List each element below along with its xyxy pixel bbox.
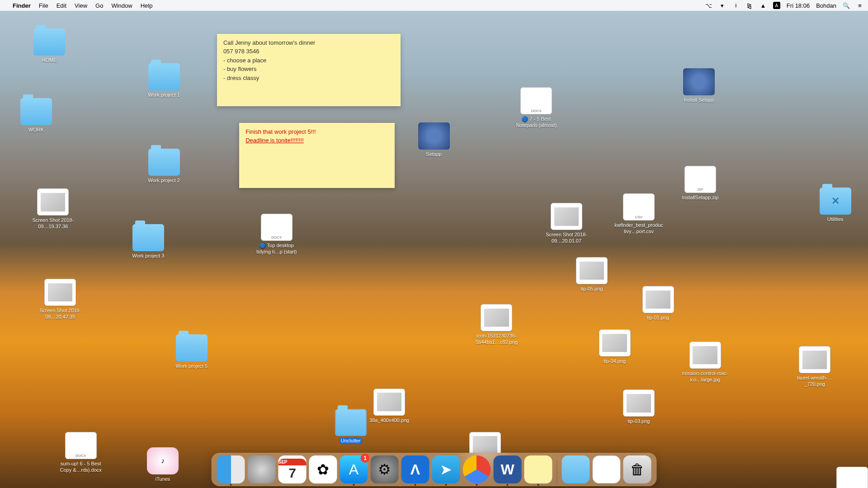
sticky-line: - choose a place xyxy=(223,56,395,65)
desktop-item-28[interactable]: mission-control-mac-ico…large.jpg xyxy=(680,342,730,383)
desktop-item-label: Utilities xyxy=(827,216,843,223)
desktop-item-0[interactable]: HOME xyxy=(24,28,74,64)
desktop-item-label: sum-up! 6 - 5 Best Copy &…rds).docx xyxy=(56,461,106,474)
csv-icon xyxy=(623,193,655,221)
sticky-line: Finish that work project 5!!! xyxy=(245,127,388,136)
folder-icon xyxy=(335,409,367,436)
dock-calendar[interactable]: SEP7 xyxy=(278,455,307,483)
desktop-item-7[interactable]: Screen Shot 2018-08…20.47.35 xyxy=(35,279,85,320)
desktop-item-16[interactable]: icon-1531230736-5b44ba1…c82.png xyxy=(472,304,521,346)
desktop-item-label: Work project 2 xyxy=(148,178,180,184)
desktop-item-22[interactable]: tip-03.png xyxy=(614,389,664,425)
desktop-item-24[interactable]: tip-01.png xyxy=(633,286,683,321)
desktop-item-4[interactable]: Work project 3 xyxy=(123,224,173,259)
sticky-line: 057 978 3546 xyxy=(223,47,395,56)
badge: 1 xyxy=(361,454,370,463)
image-icon xyxy=(576,257,608,284)
desktop-item-label: Install Setapp xyxy=(684,97,714,103)
desktop-item-5[interactable]: Work project 5 xyxy=(167,334,217,370)
image-icon xyxy=(689,342,721,369)
folder-icon xyxy=(20,98,52,125)
desktop-item-label: Work project 1 xyxy=(148,92,180,99)
dock-trash[interactable]: 🗑 xyxy=(623,455,651,483)
sticky-line: - dress classy xyxy=(223,74,395,83)
dock-telegram[interactable]: ➤ xyxy=(432,455,460,483)
desktop-item-label: Screen Shot 2018-09…20.01.07 xyxy=(542,232,591,244)
dock-a-app[interactable]: Λ xyxy=(401,455,429,483)
image-icon xyxy=(44,279,76,306)
desktop-item-21[interactable]: tip-04.png xyxy=(590,329,640,365)
image-icon xyxy=(481,304,512,331)
dock-finder[interactable] xyxy=(217,455,245,483)
desktop-item-label: 🔵 7 - 5 Best Notepads (almost) xyxy=(511,116,561,129)
image-icon xyxy=(599,329,631,357)
desktop-item-18[interactable]: 🔵 7 - 5 Best Notepads (almost) xyxy=(511,87,561,129)
desktop-item-label: mission-control-mac-ico…large.jpg xyxy=(680,371,730,383)
desktop-item-15[interactable]: Setapp xyxy=(409,122,459,158)
dock-launchpad[interactable] xyxy=(248,455,276,483)
folder-icon xyxy=(132,224,164,251)
docx-icon xyxy=(261,214,292,241)
sticky-line: - buy flowers xyxy=(223,65,395,74)
image-icon xyxy=(373,389,405,416)
desktop-item-label: WORK xyxy=(28,127,44,133)
image-icon xyxy=(551,203,582,230)
desktop-item-30[interactable]: Utilities xyxy=(811,188,860,223)
desktop-item-11[interactable]: 🔵 Top desktop tidying ti…p (start) xyxy=(252,214,302,255)
desktop-item-label: Screen Shot 2018-08…20.47.35 xyxy=(35,308,85,320)
setapp-icon xyxy=(418,122,450,150)
desktop-item-8[interactable]: sum-up! 6 - 5 Best Copy &…rds).docx xyxy=(56,432,106,474)
desktop-item-2[interactable]: Work project 1 xyxy=(139,63,189,99)
desktop-item-26[interactable]: Install Setapp xyxy=(674,68,724,103)
dock-settings[interactable]: ⚙ xyxy=(371,455,399,483)
dock-separator xyxy=(557,460,557,483)
desktop-item-19[interactable]: Screen Shot 2018-09…20.01.07 xyxy=(542,203,591,244)
desktop-item-6[interactable]: Screen Shot 2018-09…19.37.36 xyxy=(28,188,78,230)
desktop-item-20[interactable]: tip-05.png xyxy=(567,257,617,292)
image-icon xyxy=(623,389,655,417)
folder-icon xyxy=(33,28,65,56)
image-icon xyxy=(37,188,69,216)
desktop-item-label: icon-1531230736-5b44ba1…c82.png xyxy=(472,333,521,346)
sticky-note-1[interactable]: Finish that work project 5!!!Deadline is… xyxy=(239,123,395,188)
sticky-line: Deadline is tonite!!!!!!!! xyxy=(245,136,388,145)
desktop-item-31[interactable]: Unclutter Note 2018-09…9.33.txt xyxy=(827,467,868,488)
dock: SEP7✿A1⚙Λ➤W🗑 xyxy=(212,453,657,486)
desktop-item-3[interactable]: Work project 2 xyxy=(139,149,189,184)
dock-folder[interactable] xyxy=(562,455,590,483)
dock-photos[interactable]: ✿ xyxy=(309,455,337,483)
txt-icon xyxy=(836,467,868,488)
dock-stickies[interactable] xyxy=(524,455,552,483)
dock-doc[interactable] xyxy=(593,455,621,483)
docx-icon xyxy=(520,87,552,114)
zip-icon xyxy=(684,166,716,193)
dock-word[interactable]: W xyxy=(494,455,522,483)
image-icon xyxy=(642,286,674,313)
desktop-item-1[interactable]: WORK xyxy=(11,98,61,133)
setapp-icon xyxy=(683,68,715,95)
desktop-item-itunes[interactable]: ♪ iTunes xyxy=(138,447,188,483)
desktop-item-label: HOME xyxy=(42,57,57,64)
folder-icon xyxy=(148,149,180,176)
folder-icon xyxy=(176,334,208,361)
sticky-note-0[interactable]: Call Jenny about tomorrow's dinner057 97… xyxy=(217,34,401,106)
desktop-item-label: tip-05.png xyxy=(581,286,603,292)
desktop-item-label: InstallSetapp.zip xyxy=(682,195,719,201)
desktop[interactable]: HOMEWORKWork project 1Work project 2Work… xyxy=(0,0,868,488)
desktop-item-23[interactable]: kwfinder_best_productivy…port.csv xyxy=(614,193,664,235)
sticky-line: Call Jenny about tomorrow's dinner xyxy=(223,38,395,47)
utilities-folder-icon xyxy=(820,188,851,215)
desktop-item-label: Screen Shot 2018-09…19.37.36 xyxy=(28,217,78,230)
desktop-item-14[interactable]: Unclutter xyxy=(326,409,376,444)
image-icon xyxy=(799,346,830,373)
dock-appstore[interactable]: A1 xyxy=(340,455,368,483)
desktop-item-27[interactable]: InstallSetapp.zip xyxy=(675,166,725,201)
desktop-item-label: Work project 5 xyxy=(176,363,208,370)
desktop-item-label: 🔵 Top desktop tidying ti…p (start) xyxy=(252,243,302,255)
desktop-item-label: Work project 3 xyxy=(132,253,165,259)
dock-chrome[interactable] xyxy=(463,455,491,483)
desktop-item-label: Unclutter xyxy=(340,438,362,444)
itunes-label: iTunes xyxy=(156,476,170,483)
desktop-item-29[interactable]: laurel-wreath-…_720.png xyxy=(790,346,840,388)
docx-icon xyxy=(65,432,97,459)
